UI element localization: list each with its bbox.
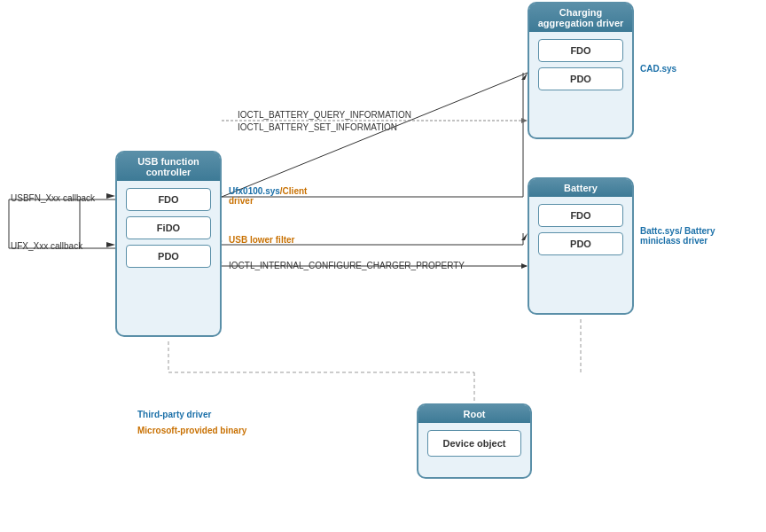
svg-marker-11 <box>521 73 528 80</box>
battery-fdo-box: FDO <box>538 204 623 227</box>
battery-pdo-box: PDO <box>538 232 623 255</box>
svg-marker-6 <box>106 193 115 199</box>
usb-fdo-box: FDO <box>126 188 211 211</box>
svg-marker-16 <box>521 118 528 123</box>
usb-controller-header: USB function controller <box>117 153 220 181</box>
svg-marker-7 <box>106 242 115 247</box>
ufx-client-label: Ufx0100.sys/Clientdriver <box>229 186 307 206</box>
cad-sys-label: CAD.sys <box>640 64 676 74</box>
diagram-container: USB function controller FDO FiDO PDO Cha… <box>0 0 766 532</box>
usb-fido-box: FiDO <box>126 216 211 239</box>
cad-pdo-box: PDO <box>538 67 623 90</box>
usbfn-callback-label: USBFN_Xxx callback <box>11 193 95 203</box>
svg-marker-18 <box>521 263 528 269</box>
usb-controller-box: USB function controller FDO FiDO PDO <box>115 151 222 337</box>
battc-sys-label: Battc.sys/ Battery miniclass driver <box>640 226 715 246</box>
battery-header: Battery <box>529 179 632 197</box>
usb-lower-filter-label: USB lower filter <box>229 235 294 245</box>
root-box: Root Device object <box>417 403 532 479</box>
ioctl-set-label: IOCTL_BATTERY_SET_INFORMATION <box>238 122 397 132</box>
microsoft-binary-label: Microsoft-provided binary <box>137 426 246 435</box>
usb-pdo-box: PDO <box>126 245 211 268</box>
battery-box: Battery FDO PDO <box>528 177 634 315</box>
third-party-label: Third-party driver <box>137 410 211 419</box>
ufx-callback-label: UFX_Xxx callback <box>11 241 82 251</box>
ioctl-internal-label: IOCTL_INTERNAL_CONFIGURE_CHARGER_PROPERT… <box>229 261 465 270</box>
cad-header: Charging aggregation driver <box>529 4 632 32</box>
root-device-box: Device object <box>427 430 521 457</box>
svg-line-8 <box>222 73 528 197</box>
root-header: Root <box>418 405 530 423</box>
cad-box: Charging aggregation driver FDO PDO <box>528 2 634 139</box>
svg-marker-14 <box>521 233 528 240</box>
ioctl-query-label: IOCTL_BATTERY_QUERY_INFORMATION <box>238 110 411 120</box>
cad-fdo-box: FDO <box>538 39 623 62</box>
